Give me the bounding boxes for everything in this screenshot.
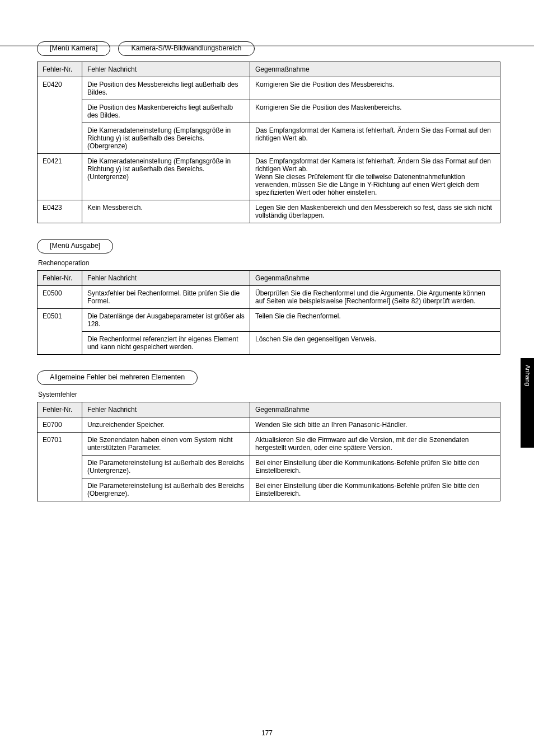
content: [Menü Kamera]Kamera-S/W-Bildwandlungsber… [37, 41, 500, 501]
section: [Menü Kamera]Kamera-S/W-Bildwandlungsber… [37, 41, 500, 223]
table-row: Die Rechenformel referenziert ihr eigene… [38, 332, 500, 355]
page: [Menü Kamera]Kamera-S/W-Bildwandlungsber… [0, 0, 534, 756]
section: [Menü Ausgabe]RechenoperationFehler-Nr.F… [37, 239, 500, 355]
error-message: Die Datenlänge der Ausgabeparameter ist … [82, 309, 250, 332]
table-header: Gegenmaßnahme [250, 402, 500, 417]
section-intro: Rechenoperation [38, 259, 500, 267]
table-row: Die Parametereinstellung ist außerhalb d… [38, 478, 500, 501]
table-row: Die Parametereinstellung ist außerhalb d… [38, 456, 500, 478]
table-header: Fehler-Nr. [38, 271, 82, 286]
error-message: Syntaxfehler bei Rechenformel. Bitte prü… [82, 286, 250, 309]
error-no: E0701 [38, 433, 82, 501]
chip-row: Allgemeine Fehler bei mehreren Elementen [37, 370, 500, 385]
page-number: 177 [0, 729, 534, 737]
chip-row: [Menü Kamera]Kamera-S/W-Bildwandlungsber… [37, 41, 500, 56]
error-no: E0420 [38, 77, 82, 154]
error-no: E0500 [38, 286, 82, 309]
error-fix: Bei einer Einstellung über die Kommunika… [250, 456, 500, 478]
error-message: Unzureichender Speicher. [82, 417, 250, 433]
table-row: E0701Die Szenendaten haben einen vom Sys… [38, 433, 500, 456]
error-fix: Überprüfen Sie die Rechenformel und die … [250, 286, 500, 309]
error-no: E0423 [38, 200, 82, 223]
table-header: Gegenmaßnahme [250, 271, 500, 286]
chip: [Menü Ausgabe] [37, 239, 113, 253]
table-row: E0420Die Position des Messbereichs liegt… [38, 77, 500, 100]
error-fix: Korrigieren Sie die Position des Maskenb… [250, 100, 500, 123]
error-fix: Korrigieren Sie die Position des Messber… [250, 77, 500, 100]
error-fix: Teilen Sie die Rechenformel. [250, 309, 500, 332]
error-fix: Aktualisieren Sie die Firmware auf die V… [250, 433, 500, 456]
error-fix: Legen Sie den Maskenbereich und den Mess… [250, 200, 500, 223]
error-table: Fehler-Nr.Fehler NachrichtGegenmaßnahmeE… [37, 402, 500, 501]
error-message: Die Kameradateneinstellung (Empfangsgröß… [82, 123, 250, 154]
error-message: Die Szenendaten haben einen vom System n… [82, 433, 250, 456]
error-fix: Das Empfangsformat der Kamera ist fehler… [250, 154, 500, 200]
chip: Kamera-S/W-Bildwandlungsbereich [118, 41, 254, 56]
error-no: E0501 [38, 309, 82, 355]
sidebar-label: Anhang [524, 365, 531, 386]
error-message: Die Parametereinstellung ist außerhalb d… [82, 456, 250, 478]
section-intro: Systemfehler [38, 391, 500, 398]
chip: [Menü Kamera] [37, 41, 110, 56]
sidebar-tab: Anhang [521, 358, 534, 448]
error-table: Fehler-Nr.Fehler NachrichtGegenmaßnahmeE… [37, 270, 500, 355]
table-row: E0423Kein Messbereich.Legen Sie den Mask… [38, 200, 500, 223]
table-header: Gegenmaßnahme [250, 62, 500, 77]
error-message: Die Position des Maskenbereichs liegt au… [82, 100, 250, 123]
error-message: Die Parametereinstellung ist außerhalb d… [82, 478, 250, 501]
table-row: E0421Die Kameradateneinstellung (Empfang… [38, 154, 500, 200]
section: Allgemeine Fehler bei mehreren Elementen… [37, 370, 500, 501]
error-fix: Das Empfangsformat der Kamera ist fehler… [250, 123, 500, 154]
error-message: Kein Messbereich. [82, 200, 250, 223]
table-header: Fehler Nachricht [82, 62, 250, 77]
table-header: Fehler-Nr. [38, 402, 82, 417]
table-header: Fehler Nachricht [82, 271, 250, 286]
error-message: Die Rechenformel referenziert ihr eigene… [82, 332, 250, 355]
error-no: E0700 [38, 417, 82, 433]
error-fix: Wenden Sie sich bitte an Ihren Panasonic… [250, 417, 500, 433]
error-fix: Bei einer Einstellung über die Kommunika… [250, 478, 500, 501]
table-row: E0501Die Datenlänge der Ausgabeparameter… [38, 309, 500, 332]
error-fix: Löschen Sie den gegenseitigen Verweis. [250, 332, 500, 355]
chip: Allgemeine Fehler bei mehreren Elementen [37, 370, 198, 385]
table-row: E0500Syntaxfehler bei Rechenformel. Bitt… [38, 286, 500, 309]
error-table: Fehler-Nr.Fehler NachrichtGegenmaßnahmeE… [37, 62, 500, 223]
table-row: Die Position des Maskenbereichs liegt au… [38, 100, 500, 123]
error-message: Die Position des Messbereichs liegt auße… [82, 77, 250, 100]
error-message: Die Kameradateneinstellung (Empfangsgröß… [82, 154, 250, 200]
error-no: E0421 [38, 154, 82, 200]
table-row: Die Kameradateneinstellung (Empfangsgröß… [38, 123, 500, 154]
table-header: Fehler Nachricht [82, 402, 250, 417]
table-row: E0700Unzureichender Speicher.Wenden Sie … [38, 417, 500, 433]
table-header: Fehler-Nr. [38, 62, 82, 77]
chip-row: [Menü Ausgabe] [37, 239, 500, 253]
